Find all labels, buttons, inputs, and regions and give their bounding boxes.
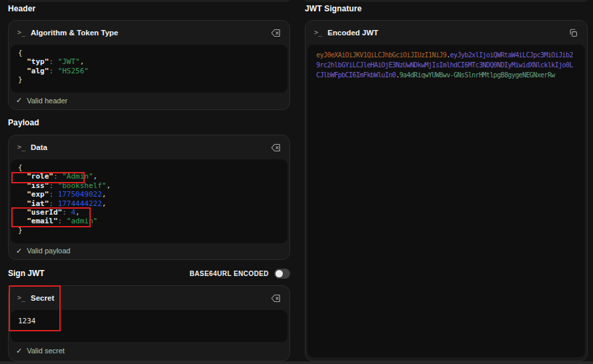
terminal-prompt-icon: >_ <box>314 29 322 36</box>
header-section-title: Header <box>8 4 35 13</box>
sign-jwt-section-title: Sign JWT <box>8 269 45 278</box>
header-card-title: Algorithm & Token Type <box>31 29 118 37</box>
jwt-signature-segment: 9a4dRiqwYUW8wv-GNsSlnrHMtlpgB8gygeNEGNxe… <box>400 71 555 79</box>
top-card-edge-left <box>8 0 290 2</box>
check-icon: ✓ <box>16 347 22 355</box>
annotation-box-secret <box>9 285 61 331</box>
secret-valid-label: Valid secret <box>27 347 65 355</box>
header-valid-label: Valid header <box>27 97 67 105</box>
copy-icon[interactable] <box>568 28 578 38</box>
header-valid-status: ✓ Valid header <box>9 91 289 109</box>
encoded-jwt-card: >_ Encoded JWT eyJ0eXAiOiJKV1QiLCJhbGciO… <box>305 20 588 361</box>
jwt-signature-section-title: JWT Signature <box>305 4 362 13</box>
payload-card-title: Data <box>31 143 47 151</box>
clear-icon[interactable] <box>271 143 281 153</box>
top-card-edge-right <box>305 0 588 2</box>
header-card-head: >_ Algorithm & Token Type <box>9 21 289 45</box>
encoded-jwt-card-title: Encoded JWT <box>328 29 378 37</box>
header-card: >_ Algorithm & Token Type { "typ": "JWT"… <box>8 20 290 110</box>
secret-valid-status: ✓ Valid secret <box>9 341 289 361</box>
encoded-jwt-card-head: >_ Encoded JWT <box>306 21 587 45</box>
terminal-prompt-icon: >_ <box>17 29 25 36</box>
annotation-box-role <box>11 172 85 183</box>
clear-icon[interactable] <box>271 28 281 38</box>
header-editor[interactable]: { "typ": "JWT", "alg": "HS256"} <box>11 45 287 93</box>
payload-section-title: Payload <box>8 118 39 127</box>
payload-valid-label: Valid payload <box>27 247 70 255</box>
payload-valid-status: ✓ Valid payload <box>9 242 289 259</box>
base64url-encoded-toggle[interactable] <box>274 269 290 279</box>
sign-jwt-row: Sign JWT BASE64URL ENCODED <box>8 267 290 280</box>
bottom-panel-edge <box>0 361 593 364</box>
check-icon: ✓ <box>16 247 22 255</box>
clear-icon[interactable] <box>271 293 281 303</box>
terminal-prompt-icon: >_ <box>17 143 25 151</box>
base64url-encoded-label: BASE64URL ENCODED <box>189 270 269 277</box>
encoded-jwt-text[interactable]: eyJ0eXAiOiJKV1QiLCJhbGciOiJIUzI1NiJ9.eyJ… <box>308 45 585 357</box>
toggle-knob <box>275 270 283 277</box>
payload-card: >_ Data { "role": "Admin", "iss": "books… <box>8 135 290 260</box>
jwt-header-segment: eyJ0eXAiOiJKV1QiLCJhbGciOiJIUzI1NiJ9 <box>316 51 446 59</box>
payload-card-head: >_ Data <box>9 135 289 159</box>
annotation-box-userid-email <box>11 207 91 227</box>
check-icon: ✓ <box>16 96 22 105</box>
